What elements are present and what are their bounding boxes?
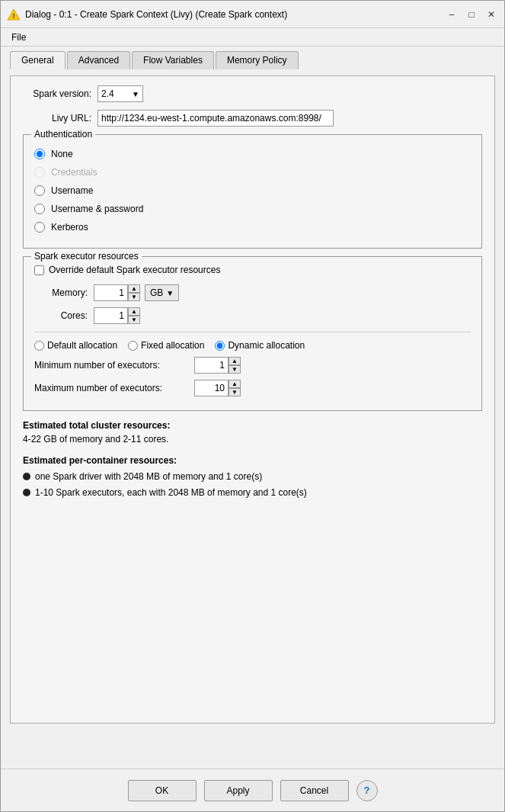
cores-up-button[interactable]: ▲ (128, 307, 140, 316)
dialog-window: ! Dialog - 0:1 - Create Spark Context (L… (0, 0, 505, 812)
min-executors-spinner[interactable]: ▲ ▼ (194, 357, 241, 374)
auth-credentials: Credentials (34, 167, 471, 178)
memory-up-button[interactable]: ▲ (128, 284, 140, 293)
title-bar: ! Dialog - 0:1 - Create Spark Context (L… (1, 1, 504, 28)
allocation-fixed[interactable]: Fixed allocation (128, 340, 204, 351)
max-executors-row: Maximum number of executors: ▲ ▼ (34, 380, 471, 396)
memory-unit-arrow: ▼ (166, 289, 174, 297)
window-controls: – □ ✕ (445, 8, 498, 21)
auth-radio-group: None Credentials Username Username & pas… (34, 149, 471, 233)
allocation-row: Default allocation Fixed allocation Dyna… (34, 340, 471, 351)
memory-unit-dropdown[interactable]: GB ▼ (145, 284, 179, 301)
max-executors-input[interactable] (194, 380, 229, 396)
container-bullets: one Spark driver with 2048 MB of memory … (23, 470, 482, 499)
tab-flow-variables[interactable]: Flow Variables (132, 51, 214, 69)
memory-label: Memory: (34, 287, 88, 298)
content-area: Spark version: 2.4 ▼ Livy URL: Authentic… (1, 69, 504, 769)
cores-row: Cores: ▲ ▼ (34, 307, 471, 324)
livy-url-label: Livy URL: (23, 113, 91, 124)
tab-advanced[interactable]: Advanced (67, 51, 130, 69)
svg-text:!: ! (13, 12, 15, 20)
estimated-cluster-value: 4-22 GB of memory and 2-11 cores. (23, 432, 482, 446)
tab-general[interactable]: General (10, 51, 66, 69)
maximize-button[interactable]: □ (465, 8, 478, 21)
spark-version-value: 2.4 (101, 88, 130, 99)
bullet-item-driver: one Spark driver with 2048 MB of memory … (23, 470, 482, 483)
min-executors-spin-buttons: ▲ ▼ (229, 357, 241, 374)
override-checkbox[interactable] (34, 265, 44, 275)
auth-kerberos[interactable]: Kerberos (34, 222, 471, 233)
main-panel: Spark version: 2.4 ▼ Livy URL: Authentic… (10, 75, 495, 724)
livy-url-row: Livy URL: (23, 110, 482, 127)
memory-spinner[interactable]: ▲ ▼ (94, 284, 140, 301)
help-button[interactable]: ? (356, 780, 378, 801)
bullet-dot-driver (23, 473, 30, 480)
window-icon: ! (7, 8, 21, 21)
allocation-dynamic[interactable]: Dynamic allocation (215, 340, 305, 351)
spark-version-row: Spark version: 2.4 ▼ (23, 85, 482, 102)
bottom-bar: OK Apply Cancel ? (1, 769, 504, 811)
max-executors-down-button[interactable]: ▼ (229, 388, 241, 396)
max-executors-spin-buttons: ▲ ▼ (229, 380, 241, 396)
window-title: Dialog - 0:1 - Create Spark Context (Liv… (25, 9, 445, 20)
memory-spin-buttons: ▲ ▼ (128, 284, 140, 301)
spark-version-dropdown[interactable]: 2.4 ▼ (97, 85, 143, 102)
min-executors-down-button[interactable]: ▼ (229, 365, 241, 374)
min-executors-input[interactable] (194, 357, 229, 374)
divider (34, 332, 471, 332)
executor-resources-section: Spark executor resources Override defaul… (23, 256, 482, 411)
menu-bar: File (1, 28, 504, 47)
tab-bar: General Advanced Flow Variables Memory P… (1, 47, 504, 69)
min-executors-label: Minimum number of executors: (34, 360, 194, 371)
min-executors-up-button[interactable]: ▲ (229, 357, 241, 365)
max-executors-spinner[interactable]: ▲ ▼ (194, 380, 241, 396)
cancel-button[interactable]: Cancel (280, 780, 349, 801)
memory-unit-value: GB (150, 287, 163, 298)
estimated-container-section: Estimated per-container resources: one S… (23, 454, 482, 499)
cores-label: Cores: (34, 310, 88, 321)
memory-down-button[interactable]: ▼ (128, 293, 140, 301)
authentication-section: Authentication None Credentials Username (23, 134, 482, 249)
max-executors-up-button[interactable]: ▲ (229, 380, 241, 388)
estimated-cluster-title: Estimated total cluster resources: (23, 419, 482, 432)
min-executors-row: Minimum number of executors: ▲ ▼ (34, 357, 471, 374)
livy-url-input[interactable] (97, 110, 334, 127)
cores-input[interactable] (94, 307, 128, 324)
memory-row: Memory: ▲ ▼ GB ▼ (34, 284, 471, 301)
estimated-cluster-section: Estimated total cluster resources: 4-22 … (23, 419, 482, 446)
bullet-dot-executors (23, 489, 30, 496)
executor-resources-legend: Spark executor resources (31, 251, 142, 262)
ok-button[interactable]: OK (128, 780, 197, 801)
auth-username-password[interactable]: Username & password (34, 204, 471, 214)
spark-version-arrow: ▼ (132, 90, 139, 98)
close-button[interactable]: ✕ (484, 8, 498, 21)
file-menu[interactable]: File (7, 30, 30, 44)
bullet-item-executors: 1-10 Spark executors, each with 2048 MB … (23, 486, 482, 499)
allocation-default[interactable]: Default allocation (34, 340, 117, 351)
override-checkbox-row[interactable]: Override default Spark executor resource… (34, 265, 471, 275)
cores-spin-buttons: ▲ ▼ (128, 307, 140, 324)
memory-input[interactable] (94, 284, 128, 301)
bullet-text-executors: 1-10 Spark executors, each with 2048 MB … (35, 486, 307, 499)
minimize-button[interactable]: – (445, 8, 459, 21)
override-label: Override default Spark executor resource… (49, 265, 220, 275)
estimated-container-title: Estimated per-container resources: (23, 454, 482, 467)
bullet-text-driver: one Spark driver with 2048 MB of memory … (35, 470, 262, 483)
authentication-legend: Authentication (31, 129, 95, 140)
auth-username[interactable]: Username (34, 185, 471, 196)
max-executors-label: Maximum number of executors: (34, 383, 194, 393)
auth-none[interactable]: None (34, 149, 471, 159)
cores-down-button[interactable]: ▼ (128, 316, 140, 324)
apply-button[interactable]: Apply (204, 780, 273, 801)
cores-spinner[interactable]: ▲ ▼ (94, 307, 140, 324)
tab-memory-policy[interactable]: Memory Policy (216, 51, 299, 69)
spark-version-label: Spark version: (23, 88, 91, 99)
